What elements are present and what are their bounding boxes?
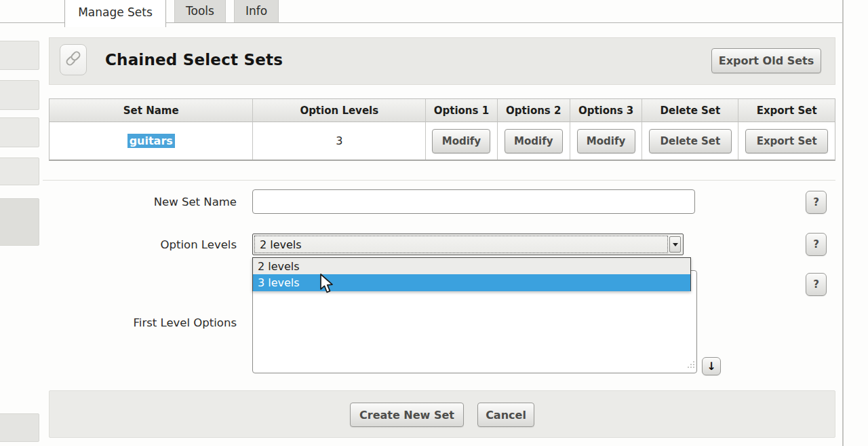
export-old-sets-button[interactable]: Export Old Sets [711,48,821,73]
app-window: Manage Sets Tools Info Chained Select Se… [0,0,868,446]
down-arrow-icon: ↓ [707,360,715,373]
tab-manage-sets-label: Manage Sets [78,5,153,19]
tab-info-label: Info [245,4,267,18]
modify-options-3-button[interactable]: Modify [577,129,635,153]
option-levels-selected-value: 2 levels [255,238,302,251]
cancel-button[interactable]: Cancel [477,403,534,427]
chain-link-icon [64,49,83,71]
column-header-delete-set: Delete Set [642,99,738,122]
sidebar-fragment[interactable] [0,41,39,70]
create-new-set-button[interactable]: Create New Set [350,403,464,427]
options-3-cell: Modify [570,122,643,160]
delete-set-cell: Delete Set [642,122,738,160]
column-header-options-1: Options 1 [426,99,498,122]
tab-manage-sets[interactable]: Manage Sets [64,0,166,27]
section-divider [43,180,835,181]
sets-table: Set Name Option Levels Options 1 Options… [49,98,835,161]
sidebar-fragment[interactable] [0,157,39,185]
column-header-export-set: Export Set [738,99,835,122]
sidebar-fragment[interactable] [0,198,39,246]
set-name-cell: guitars [50,122,253,160]
dropdown-option-3-levels-highlighted[interactable]: 3 levels [253,274,690,291]
export-set-button[interactable]: Export Set [745,129,828,153]
help-button-new-set-name[interactable]: ? [806,191,827,214]
modify-options-1-button[interactable]: Modify [432,129,490,153]
form-actions-panel: Create New Set Cancel [49,390,835,438]
options-2-cell: Modify [498,122,570,160]
options-1-cell: Modify [426,122,498,160]
column-header-set-name: Set Name [50,99,253,122]
first-level-options-label: First Level Options [47,316,237,329]
option-levels-cell: 3 [253,122,426,160]
sidebar-fragment[interactable] [0,80,39,110]
select-dropdown-arrow-button[interactable] [669,236,681,253]
option-levels-label: Option Levels [47,238,237,251]
export-set-cell: Export Set [738,122,835,160]
resize-grip-icon[interactable] [687,358,695,371]
tab-tools[interactable]: Tools [174,0,226,22]
new-set-name-input[interactable] [252,189,695,214]
window-edge-line [842,0,844,446]
help-button-first-level-options[interactable]: ? [806,273,827,296]
modify-options-2-button[interactable]: Modify [505,129,563,153]
column-header-options-2: Options 2 [498,99,570,122]
tab-tools-label: Tools [186,4,214,18]
page-title: Chained Select Sets [105,51,283,69]
set-name-value-selected[interactable]: guitars [127,134,175,148]
chain-link-icon-button[interactable] [60,44,87,75]
mouse-cursor-icon [319,274,336,298]
help-button-option-levels[interactable]: ? [806,233,827,256]
option-levels-value: 3 [336,134,342,147]
move-down-arrow-button[interactable]: ↓ [702,357,721,375]
chevron-down-icon [673,243,678,246]
select-focus-outline: 2 levels [254,236,668,253]
table-row: guitars 3 Modify Modify Modify Delete Se… [50,122,835,160]
tab-info[interactable]: Info [234,0,279,22]
sidebar-fragment[interactable] [0,117,39,147]
option-levels-select[interactable]: 2 levels [252,234,684,255]
delete-set-button[interactable]: Delete Set [649,129,732,153]
sidebar-fragment[interactable] [0,413,39,442]
column-header-option-levels: Option Levels [253,99,426,122]
column-header-options-3: Options 3 [570,99,643,122]
table-header-row: Set Name Option Levels Options 1 Options… [50,99,835,122]
option-levels-dropdown-list: 2 levels 3 levels [252,257,691,291]
header-panel: Chained Select Sets Export Old Sets [49,37,835,85]
new-set-name-label: New Set Name [47,196,237,208]
dropdown-option-2-levels[interactable]: 2 levels [253,258,690,274]
